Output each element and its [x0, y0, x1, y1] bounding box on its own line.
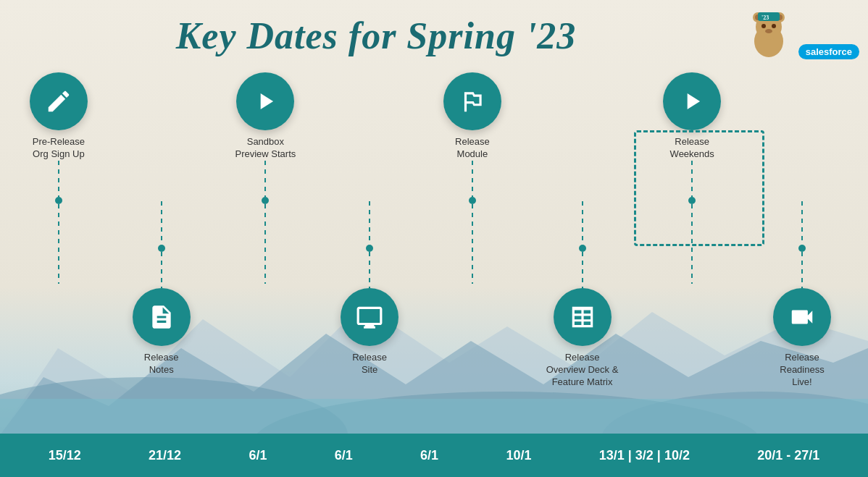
release-module-icon-circle	[443, 72, 501, 130]
pre-release-icon-circle	[30, 72, 88, 130]
date-5: 6/1	[420, 448, 438, 463]
document-icon	[148, 303, 175, 331]
milestone-col-sandbox: SandboxPreview Starts	[235, 72, 296, 284]
release-module-line-down2	[472, 204, 473, 284]
svg-point-12	[761, 24, 766, 28]
milestone-release-weekends: ReleaseWeekends	[663, 72, 721, 284]
table-icon	[569, 303, 596, 331]
release-notes-line	[161, 252, 162, 288]
release-site-icon-circle	[341, 288, 398, 346]
release-site-line-top	[369, 201, 370, 245]
release-readiness-line-top	[801, 201, 803, 245]
milestone-release-overview: ReleaseOverview Deck &Feature Matrix	[546, 201, 619, 389]
svg-text:'23: '23	[761, 14, 769, 21]
milestone-release-notes: ReleaseNotes	[133, 201, 191, 376]
release-readiness-label: Release ReadinessLive!	[766, 352, 838, 389]
release-readiness-icon-circle	[773, 288, 831, 346]
date-4: 6/1	[335, 448, 353, 463]
date-3: 6/1	[249, 448, 267, 463]
milestone-pre-release: Pre-ReleaseOrg Sign Up	[30, 72, 88, 284]
release-weekends-line-down	[691, 161, 693, 197]
release-weekends-line-down2	[691, 204, 693, 284]
pre-release-line-down2	[58, 204, 59, 284]
release-notes-icon-circle	[133, 288, 191, 346]
salesforce-badge: salesforce	[798, 44, 859, 59]
monitor-icon	[356, 303, 383, 331]
release-notes-line-top	[161, 201, 162, 245]
release-site-label: ReleaseSite	[352, 352, 387, 376]
milestone-release-readiness: Release ReadinessLive!	[766, 201, 838, 389]
milestone-col-release-readiness: Release ReadinessLive!	[766, 72, 838, 389]
release-overview-icon-circle	[554, 288, 612, 346]
release-overview-dot	[579, 245, 586, 252]
sandbox-line-down	[264, 161, 266, 197]
pencil-icon	[45, 88, 72, 115]
mountain-icon	[459, 88, 486, 115]
milestone-release-site: ReleaseSite	[341, 201, 398, 376]
release-module-line-down	[472, 161, 473, 197]
date-2: 21/12	[149, 448, 181, 463]
milestone-col-release-overview: ReleaseOverview Deck &Feature Matrix	[546, 72, 619, 389]
salesforce-logo-area: salesforce	[798, 44, 859, 59]
svg-point-14	[765, 29, 772, 33]
milestone-col-release-module: ReleaseModule	[443, 72, 501, 284]
video-icon	[788, 303, 816, 331]
release-readiness-line	[801, 252, 803, 288]
milestone-sandbox: SandboxPreview Starts	[235, 72, 296, 284]
sandbox-line-down2	[264, 204, 266, 284]
pre-release-dot	[55, 197, 62, 204]
logo-area: '23 salesforce	[743, 9, 859, 59]
sandbox-icon-circle	[236, 72, 294, 130]
date-1: 15/12	[49, 448, 81, 463]
pre-release-label: Pre-ReleaseOrg Sign Up	[33, 136, 85, 161]
page-title: Key Dates for Spring '23	[0, 14, 752, 57]
astro-mascot: '23	[743, 9, 794, 59]
release-site-line	[369, 252, 370, 288]
release-notes-dot	[158, 245, 165, 252]
sandbox-dot	[262, 197, 269, 204]
play-icon-weekends	[678, 88, 706, 115]
release-weekends-dot	[688, 197, 696, 204]
milestone-col-pre-release: Pre-ReleaseOrg Sign Up	[30, 72, 88, 284]
milestone-col-release-notes: ReleaseNotes	[133, 72, 191, 376]
date-7: 13/1 | 3/2 | 10/2	[599, 448, 690, 463]
release-overview-label: ReleaseOverview Deck &Feature Matrix	[546, 352, 619, 389]
date-8: 20/1 - 27/1	[757, 448, 819, 463]
release-weekends-label: ReleaseWeekends	[670, 136, 714, 161]
release-overview-line	[582, 252, 583, 288]
milestone-col-release-site: ReleaseSite	[341, 72, 398, 376]
release-module-dot	[469, 197, 476, 204]
release-notes-label: ReleaseNotes	[144, 352, 179, 376]
svg-point-13	[772, 24, 776, 28]
release-overview-line-top	[582, 201, 583, 245]
release-site-dot	[366, 245, 373, 252]
date-bar: 15/12 21/12 6/1 6/1 6/1 10/1 13/1 | 3/2 …	[0, 434, 868, 477]
pre-release-line-down	[58, 161, 59, 197]
sandbox-label: SandboxPreview Starts	[235, 136, 296, 161]
milestone-release-module: ReleaseModule	[443, 72, 501, 284]
timeline-wrapper: Pre-ReleaseOrg Sign Up ReleaseNotes	[0, 72, 868, 434]
release-weekends-icon-circle	[663, 72, 721, 130]
play-icon-sandbox	[251, 88, 279, 115]
date-6: 10/1	[506, 448, 531, 463]
milestone-col-release-weekends: ReleaseWeekends	[663, 72, 721, 284]
release-readiness-dot	[798, 245, 806, 252]
release-module-label: ReleaseModule	[455, 136, 490, 161]
